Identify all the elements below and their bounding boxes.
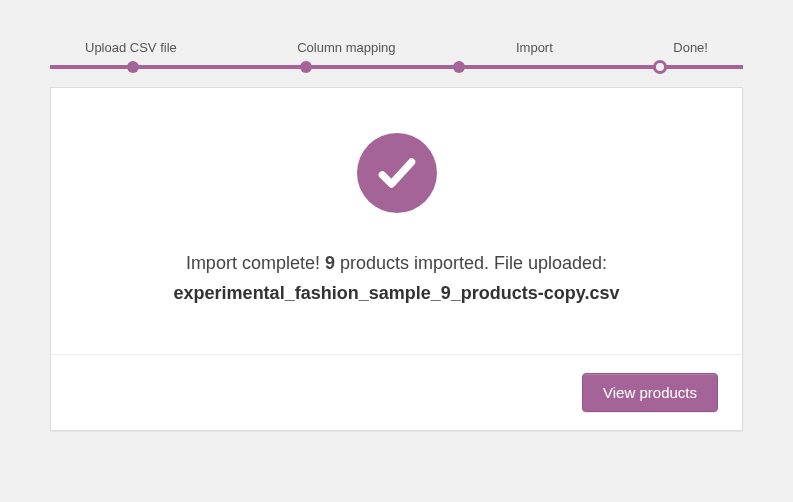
step-label-done: Done! — [673, 40, 708, 55]
uploaded-filename: experimental_fashion_sample_9_products-c… — [91, 283, 702, 304]
progress-dot-upload — [127, 61, 139, 73]
success-check-icon — [357, 133, 437, 213]
summary-count: 9 — [325, 253, 335, 273]
progress-dot-done — [653, 60, 667, 74]
summary-suffix: products imported. File uploaded: — [335, 253, 607, 273]
import-result-card: Import complete! 9 products imported. Fi… — [50, 87, 743, 431]
step-label-import: Import — [516, 40, 553, 55]
step-label-upload: Upload CSV file — [85, 40, 177, 55]
import-summary-text: Import complete! 9 products imported. Fi… — [91, 248, 702, 279]
progress-steps: Upload CSV file Column mapping Import Do… — [0, 0, 793, 87]
step-label-mapping: Column mapping — [297, 40, 395, 55]
progress-dot-import — [453, 61, 465, 73]
summary-prefix: Import complete! — [186, 253, 325, 273]
progress-dot-mapping — [300, 61, 312, 73]
progress-bar — [50, 65, 743, 69]
view-products-button[interactable]: View products — [582, 373, 718, 412]
